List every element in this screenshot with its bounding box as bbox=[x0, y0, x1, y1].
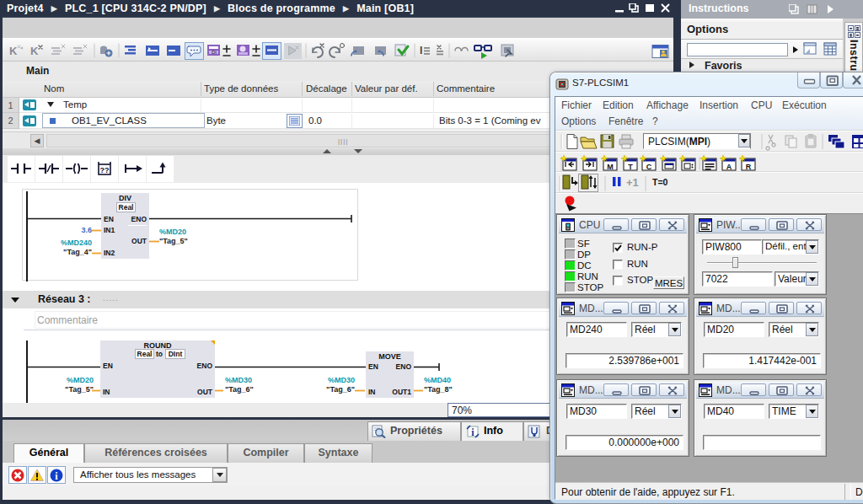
svg-text:A: A bbox=[726, 163, 732, 171]
svg-text:K: K bbox=[9, 45, 18, 57]
svg-text:DI: DI bbox=[212, 50, 217, 55]
svg-text:+1: +1 bbox=[626, 176, 639, 189]
svg-text:M: M bbox=[607, 163, 614, 171]
svg-text:C: C bbox=[646, 163, 652, 171]
svg-text:T: T bbox=[628, 163, 633, 171]
svg-text:K: K bbox=[30, 45, 39, 57]
svg-text:??: ?? bbox=[100, 166, 110, 174]
svg-text:R: R bbox=[746, 163, 752, 171]
svg-text:T=0: T=0 bbox=[652, 177, 668, 187]
svg-text:I: I bbox=[420, 45, 422, 56]
